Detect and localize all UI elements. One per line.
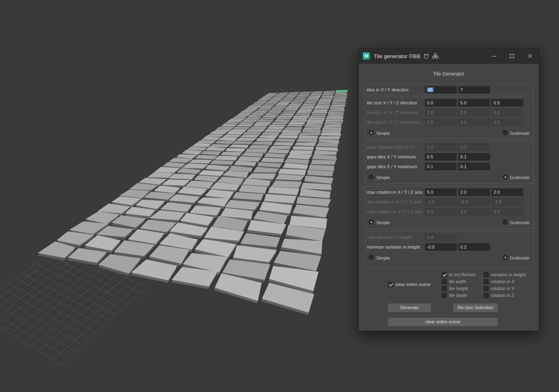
section-rotation: max rotation in X / Y / Z axis 5.0 2.0 2… <box>365 186 534 229</box>
maximize-icon <box>510 54 514 58</box>
size-min-y-input[interactable]: 2.0 <box>458 109 490 116</box>
rotation-y-label: rotation in Y <box>491 286 515 291</box>
godmode-radio[interactable] <box>503 219 508 225</box>
row-rotation-max: max rotation in X / Y / Z axis 5.0 2.0 2… <box>365 187 533 197</box>
rot-min-z-input[interactable]: -3.0 <box>492 198 523 206</box>
clear-scene-checkbox-label: clear entire scene <box>395 282 431 287</box>
height-mode-radios: Simple Godmode <box>365 252 533 263</box>
godmode-radio-label: Godmode <box>510 220 529 225</box>
tile-width-label: tile width <box>449 279 466 284</box>
gaps-mode-radios: Simple Godmode <box>365 171 533 182</box>
close-button[interactable] <box>521 48 539 64</box>
godmode-radio-label: Godmode <box>510 175 529 180</box>
rot-y-input[interactable]: 2.0 <box>458 188 490 196</box>
godmode-radio[interactable] <box>503 174 508 180</box>
minimize-button[interactable] <box>485 48 503 64</box>
to-not-regen-checkbox[interactable] <box>442 272 447 277</box>
simple-radio[interactable] <box>368 130 374 135</box>
rot-min-x-input[interactable]: -1.0 <box>425 198 457 206</box>
clear-scene-checkbox[interactable] <box>388 282 393 287</box>
size-min-z-input[interactable]: 0.2 <box>492 109 523 116</box>
tiles-x-input[interactable]: 45 <box>425 86 457 93</box>
height-min-input[interactable]: -0.5 <box>425 243 457 251</box>
row-label: max variation in height <box>367 235 412 240</box>
row-rotation-min: min rotation in X / Y / Z axis -1.0 -5.0… <box>365 197 533 207</box>
panel-title: Tile Generator <box>359 71 539 77</box>
rotation-mode-radios: Simple Godmode <box>365 217 533 227</box>
tile-height-checkbox[interactable] <box>442 286 447 291</box>
section-tile-size: tile size X / Y / Z direction 5.0 5.0 0.… <box>365 97 534 139</box>
row-gaps-minimum: gaps tiles X / Y minimum 0.5 0.1 <box>365 152 533 162</box>
simple-radio[interactable] <box>368 174 374 180</box>
simple-radio[interactable] <box>368 219 374 225</box>
to-not-regen-label: to not ReGen <box>449 272 475 277</box>
size-max-z-input[interactable]: 0.5 <box>492 119 523 126</box>
rot-max-y-input[interactable]: 3.0 <box>458 208 490 215</box>
size-x-input[interactable]: 5.0 <box>425 99 457 106</box>
rot-max-z-input[interactable]: 3.0 <box>492 208 523 215</box>
godmode-radio[interactable] <box>503 255 508 260</box>
rot-z-input[interactable]: 2.0 <box>492 188 523 196</box>
gaps-max-x-input[interactable]: 0.1 <box>425 163 457 170</box>
row-label: gaps tiles X / Y maximum <box>367 164 417 169</box>
tile-height-label: tile height <box>449 286 468 291</box>
tile-depth-checkbox[interactable] <box>442 293 447 298</box>
godmode-radio-label: Godmode <box>510 256 529 260</box>
row-label: min rotation in X / Y / Z axis <box>367 199 421 204</box>
size-z-input[interactable]: 0.5 <box>492 99 523 106</box>
section-height-variation: max variation in height 0.4 min/max vari… <box>365 231 534 268</box>
rotation-z-checkbox[interactable] <box>483 293 489 298</box>
gaps-max-y-input[interactable]: 0.1 <box>458 163 490 170</box>
size-y-input[interactable]: 5.0 <box>458 99 490 106</box>
window-title: Tile generator ©BB <box>374 53 420 59</box>
tile-width-checkbox[interactable] <box>442 279 447 284</box>
rot-x-input[interactable]: 5.0 <box>425 188 457 196</box>
gaps-min-y-input[interactable]: 0.1 <box>458 153 490 160</box>
row-label: tiles in X / Y direction <box>367 87 408 92</box>
section-gaps: gaps between tiles X / Y 0.2 0.3 gaps ti… <box>365 141 534 184</box>
fan-icon <box>432 53 439 60</box>
close-icon <box>527 54 532 58</box>
row-gaps: gaps between tiles X / Y 0.2 0.3 <box>365 142 533 152</box>
godmode-radio[interactable] <box>503 130 508 135</box>
generate-button[interactable]: Generate <box>388 303 431 312</box>
simple-radio-label: Simple <box>376 175 390 180</box>
gaps-x-input[interactable]: 0.2 <box>425 143 457 151</box>
size-max-x-input[interactable]: 2.5 <box>425 119 457 126</box>
tile-depth-label: tile depth <box>449 293 467 298</box>
simple-radio-label: Simple <box>376 131 390 136</box>
size-max-y-input[interactable]: 3.0 <box>458 119 490 126</box>
minimize-icon <box>492 56 496 56</box>
row-height-minmax: min/max variation in height -0.5 0.2 <box>365 242 533 252</box>
size-mode-radios: Simple Godmode <box>365 127 533 138</box>
rotation-y-checkbox[interactable] <box>483 286 489 291</box>
rot-min-y-input[interactable]: -5.0 <box>458 198 490 206</box>
window-titlebar[interactable]: M Tile generator ©BB <box>359 48 539 64</box>
rot-max-x-input[interactable]: 3.0 <box>425 208 457 215</box>
variation-height-checkbox[interactable] <box>483 272 489 277</box>
row-label: max rotation in X / Y / Z axis <box>367 190 422 195</box>
row-label: gaps tiles X / Y minimum <box>367 154 416 159</box>
section-tile-count: tiles in X / Y direction 45 7 <box>365 84 534 95</box>
rotation-x-checkbox[interactable] <box>483 279 489 284</box>
maximize-button[interactable] <box>503 48 521 64</box>
row-size-maximum: tile size X / Y / Z maximum 2.5 3.0 0.5 <box>365 117 533 127</box>
simple-radio[interactable] <box>368 255 374 260</box>
row-label: min/max variation in height <box>367 245 420 249</box>
row-size-direction: tile size X / Y / Z direction 5.0 5.0 0.… <box>365 98 533 108</box>
row-tiles-xy: tiles in X / Y direction 45 7 <box>365 85 533 95</box>
row-size-minimum: tile size X / Y / Z minimum 2.0 2.0 0.2 <box>365 108 533 117</box>
simple-radio-label: Simple <box>376 256 390 260</box>
row-label: tile size X / Y / Z minimum <box>367 110 418 115</box>
gaps-y-input[interactable]: 0.3 <box>458 143 490 151</box>
row-label: tile size X / Y / Z direction <box>367 100 417 105</box>
tiles-y-input[interactable]: 7 <box>458 86 490 93</box>
selected-text: 45 <box>427 87 433 92</box>
height-max-input[interactable]: 0.4 <box>425 234 457 241</box>
height-max2-input[interactable]: 0.2 <box>458 243 490 251</box>
gaps-min-x-input[interactable]: 0.5 <box>425 153 457 160</box>
clear-scene-button[interactable]: clear entire scene <box>388 318 498 326</box>
regen-selection-button[interactable]: Re-Gen Selection <box>453 303 498 312</box>
variation-height-label: variation in height <box>491 272 526 277</box>
size-min-x-input[interactable]: 2.0 <box>425 109 457 116</box>
